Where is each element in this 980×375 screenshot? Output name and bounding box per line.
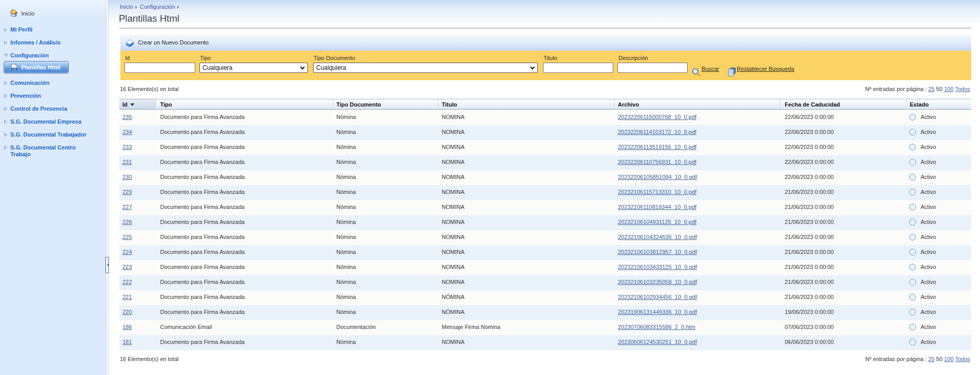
svg-text:HTML: HTML [12, 68, 17, 70]
